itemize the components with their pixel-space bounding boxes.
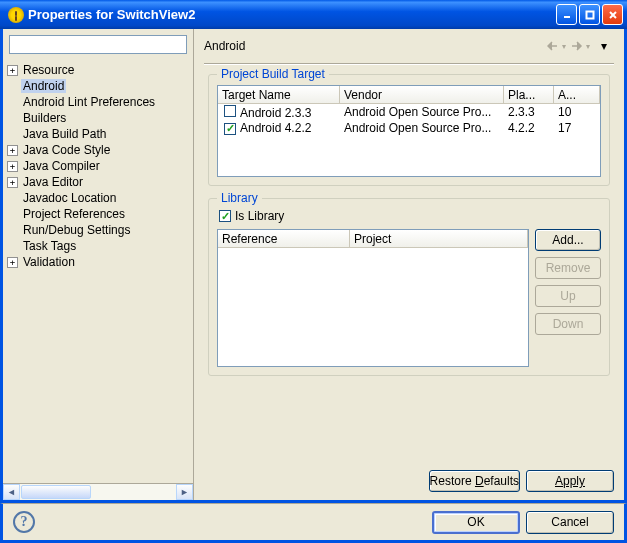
tree-item[interactable]: Builders xyxy=(3,110,193,126)
tree-item[interactable]: Android xyxy=(3,78,193,94)
expander-icon[interactable]: + xyxy=(7,145,18,156)
is-library-checkbox[interactable] xyxy=(219,210,231,222)
separator xyxy=(204,63,614,64)
tree-item-label: Android xyxy=(21,79,66,93)
tree-item-label: Java Code Style xyxy=(21,143,112,157)
horizontal-scrollbar[interactable]: ◄ ► xyxy=(3,483,193,500)
tree-item[interactable]: +Java Code Style xyxy=(3,142,193,158)
build-target-group: Project Build Target Target Name Vendor … xyxy=(208,74,610,186)
tree-item[interactable]: Javadoc Location xyxy=(3,190,193,206)
tree-item-label: Java Build Path xyxy=(21,127,108,141)
down-button[interactable]: Down xyxy=(535,313,601,335)
ok-button[interactable]: OK xyxy=(432,511,520,534)
up-button[interactable]: Up xyxy=(535,285,601,307)
library-table[interactable]: Reference Project xyxy=(217,229,529,367)
titlebar[interactable]: Properties for SwitchView2 xyxy=(0,0,627,29)
col-reference[interactable]: Reference xyxy=(218,230,350,247)
expander-icon[interactable]: + xyxy=(7,161,18,172)
tree-item-label: Javadoc Location xyxy=(21,191,118,205)
tree-item[interactable]: +Resource xyxy=(3,62,193,78)
col-vendor[interactable]: Vendor xyxy=(340,86,504,103)
left-sidebar: +ResourceAndroidAndroid Lint Preferences… xyxy=(3,29,194,500)
tree-item[interactable]: +Validation xyxy=(3,254,193,270)
tree-item-label: Java Compiler xyxy=(21,159,102,173)
window-title: Properties for SwitchView2 xyxy=(28,7,556,22)
restore-defaults-button[interactable]: Restore Defaults xyxy=(429,470,520,492)
expander-icon xyxy=(7,97,18,108)
forward-button[interactable]: ▾ xyxy=(570,37,590,55)
scroll-left-icon[interactable]: ◄ xyxy=(3,484,20,500)
col-project[interactable]: Project xyxy=(350,230,528,247)
tree-item[interactable]: +Java Compiler xyxy=(3,158,193,174)
cancel-button[interactable]: Cancel xyxy=(526,511,614,534)
filter-input[interactable] xyxy=(9,35,187,54)
tree-item[interactable]: Run/Debug Settings xyxy=(3,222,193,238)
expander-icon[interactable]: + xyxy=(7,257,18,268)
tree-item-label: Resource xyxy=(21,63,76,77)
remove-button[interactable]: Remove xyxy=(535,257,601,279)
close-button[interactable] xyxy=(602,4,623,25)
scroll-thumb[interactable] xyxy=(21,485,91,499)
app-icon xyxy=(8,7,24,23)
apply-button[interactable]: Apply xyxy=(526,470,614,492)
tree-item-label: Builders xyxy=(21,111,68,125)
add-button[interactable]: Add... xyxy=(535,229,601,251)
tree-item-label: Run/Debug Settings xyxy=(21,223,132,237)
target-checkbox[interactable] xyxy=(224,123,236,135)
expander-icon xyxy=(7,193,18,204)
expander-icon xyxy=(7,113,18,124)
expander-icon xyxy=(7,209,18,220)
build-target-legend: Project Build Target xyxy=(217,67,329,81)
col-target-name[interactable]: Target Name xyxy=(218,86,340,103)
tree-item-label: Validation xyxy=(21,255,77,269)
maximize-button[interactable] xyxy=(579,4,600,25)
is-library-label: Is Library xyxy=(235,209,284,223)
col-platform[interactable]: Pla... xyxy=(504,86,554,103)
target-checkbox[interactable] xyxy=(224,105,236,117)
minimize-button[interactable] xyxy=(556,4,577,25)
category-tree[interactable]: +ResourceAndroidAndroid Lint Preferences… xyxy=(3,60,193,483)
table-row[interactable]: Android 4.2.2Android Open Source Pro...4… xyxy=(218,120,600,136)
expander-icon xyxy=(7,81,18,92)
expander-icon xyxy=(7,241,18,252)
tree-item-label: Project References xyxy=(21,207,127,221)
build-target-table[interactable]: Target Name Vendor Pla... A... Android 2… xyxy=(217,85,601,177)
library-legend: Library xyxy=(217,191,262,205)
tree-item[interactable]: Task Tags xyxy=(3,238,193,254)
tree-item[interactable]: Project References xyxy=(3,206,193,222)
tree-item-label: Task Tags xyxy=(21,239,78,253)
scroll-right-icon[interactable]: ► xyxy=(176,484,193,500)
tree-item[interactable]: +Java Editor xyxy=(3,174,193,190)
tree-item[interactable]: Android Lint Preferences xyxy=(3,94,193,110)
table-row[interactable]: Android 2.3.3Android Open Source Pro...2… xyxy=(218,104,600,120)
tree-item[interactable]: Java Build Path xyxy=(3,126,193,142)
view-menu-icon[interactable]: ▾ xyxy=(594,37,614,55)
svg-rect-1 xyxy=(586,11,593,18)
help-icon[interactable]: ? xyxy=(13,511,35,533)
back-button[interactable]: ▾ xyxy=(546,37,566,55)
expander-icon xyxy=(7,129,18,140)
expander-icon xyxy=(7,225,18,236)
page-title: Android xyxy=(204,39,542,53)
library-group: Library Is Library Reference Project Add… xyxy=(208,198,610,376)
expander-icon[interactable]: + xyxy=(7,65,18,76)
tree-item-label: Java Editor xyxy=(21,175,85,189)
expander-icon[interactable]: + xyxy=(7,177,18,188)
tree-item-label: Android Lint Preferences xyxy=(21,95,157,109)
col-api[interactable]: A... xyxy=(554,86,600,103)
